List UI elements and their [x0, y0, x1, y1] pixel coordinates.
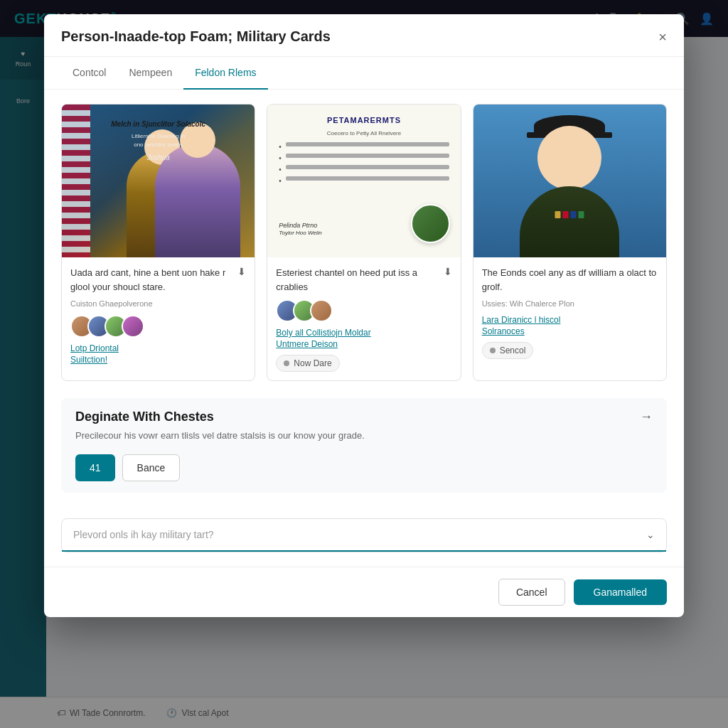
card-2-content: ⬇ Esteriest chantel on heed put iss a cr…	[267, 257, 460, 380]
doc-signature: Pelinda PtrnoToylor Hoo Welin	[279, 222, 321, 236]
card-1-overlay-text: Melch in Sjunclitor Solacolc Litlierrere…	[81, 119, 235, 163]
dropdown-placeholder: Plevord onls ih kay military tart?	[73, 529, 214, 540]
card-2-avatars	[276, 299, 451, 322]
card-1-subtitle: Cuiston Ghaepolverone	[70, 299, 246, 308]
card-1[interactable]: Melch in Sjunclitor Solacolc Litlierrere…	[61, 104, 255, 381]
card-3-content: The Eonds coel any as df william a olact…	[473, 257, 666, 368]
avatar-4	[122, 315, 144, 338]
card-3-portrait	[473, 105, 666, 257]
deginate-section: Deginate With Chestes → Precilecour his …	[61, 398, 667, 493]
tab-bar: Contcol Nempeen Feldon Rlems	[44, 57, 684, 90]
card-1-avatars	[70, 315, 246, 338]
card-1-link-2[interactable]: Suiltction!	[70, 355, 246, 365]
confirm-button[interactable]: Ganamalled	[574, 579, 668, 605]
download-icon-1[interactable]: ⬇	[237, 266, 246, 277]
tab-feldon-rlems[interactable]: Feldon Rlems	[183, 57, 267, 90]
portrait-uniform	[520, 186, 619, 257]
dropdown-section: Plevord onls ih kay military tart? ⌄	[61, 518, 667, 552]
medal-4	[579, 211, 584, 218]
card-2-document: PETAMARERMTS Coecero to Petty All Rnelve…	[267, 105, 460, 257]
medal-1	[555, 211, 561, 218]
card-3-links: Lara Diranicc l hiscol Solranoces	[482, 315, 658, 336]
section-primary-button[interactable]: 41	[75, 454, 115, 481]
modal-close-button[interactable]: ×	[658, 30, 667, 44]
section-title: Deginate With Chestes	[75, 410, 214, 424]
card-3-badge: Sencol	[482, 342, 534, 359]
modal-title: Person-Inaade-top Foam; Military Cards	[61, 28, 331, 45]
card-1-content: ⬇ Uada ard cant, hine a bent uon hake r …	[62, 257, 255, 379]
download-icon-2[interactable]: ⬇	[444, 266, 452, 277]
card-3-link-1[interactable]: Lara Diranicc l hiscol	[482, 315, 658, 325]
card-2-link-1[interactable]: Boly all Collistiojn Moldar	[276, 328, 451, 338]
cards-grid: Melch in Sjunclitor Solacolc Litlierrere…	[61, 104, 667, 381]
section-secondary-button[interactable]: Bance	[122, 454, 181, 481]
card-3-subtitle: Ussies: Wih Chalerce Plon	[482, 299, 658, 308]
card-2-badge: Now Dare	[276, 355, 339, 372]
card-1-link-1[interactable]: Lotp Driontal	[70, 343, 246, 353]
doc-circle-image	[411, 204, 450, 243]
medal-row	[555, 211, 584, 218]
badge-dot-3	[490, 348, 496, 353]
chevron-down-icon: ⌄	[646, 529, 655, 540]
doc-bullet-2	[279, 154, 449, 162]
section-buttons: 41 Bance	[75, 454, 653, 481]
card-3-link-2[interactable]: Solranoces	[482, 326, 658, 336]
section-description: Precilecour his vowr earn tlisls vel dat…	[75, 429, 653, 443]
modal-body: Melch in Sjunclitor Solacolc Litlierrere…	[44, 90, 684, 518]
modal: Person-Inaade-top Foam; Military Cards ×…	[44, 14, 684, 617]
card-1-description: Uada ard cant, hine a bent uon hake r gl…	[70, 266, 246, 294]
medal-3	[571, 211, 577, 218]
modal-header: Person-Inaade-top Foam; Military Cards ×	[44, 14, 684, 57]
card-2-links: Boly all Collistiojn Moldar Untmere Deis…	[276, 328, 451, 349]
card-3[interactable]: The Eonds coel any as df william a olact…	[473, 104, 667, 381]
medal-2	[563, 211, 569, 218]
portrait-head	[537, 126, 601, 190]
card-3-description: The Eonds coel any as df william a olact…	[482, 266, 658, 294]
cancel-button[interactable]: Cancel	[498, 579, 565, 606]
doc-bullet-1	[279, 142, 449, 151]
card-1-links: Lotp Driontal Suiltction!	[70, 343, 246, 365]
tab-nempeen[interactable]: Nempeen	[117, 57, 183, 90]
doc-bullet-4	[279, 176, 449, 185]
badge-dot	[284, 360, 289, 366]
modal-overlay: Person-Inaade-top Foam; Military Cards ×…	[0, 0, 728, 728]
section-header: Deginate With Chestes →	[75, 410, 653, 424]
card-2[interactable]: PETAMARERMTS Coecero to Petty All Rnelve…	[267, 104, 461, 381]
doc-header: PETAMARERMTS	[279, 116, 449, 124]
tab-contcol[interactable]: Contcol	[61, 57, 117, 90]
card-1-image: Melch in Sjunclitor Solacolc Litlierrere…	[62, 105, 255, 257]
doc-subheader: Coecero to Petty All Rnelvere	[279, 130, 449, 136]
modal-footer: Cancel Ganamalled	[44, 567, 684, 617]
card-1-photo: Melch in Sjunclitor Solacolc Litlierrere…	[62, 105, 255, 257]
avatar-2-3	[310, 299, 333, 322]
card-2-description: Esteriest chantel on heed put iss a crab…	[276, 266, 451, 294]
card-2-image: PETAMARERMTS Coecero to Petty All Rnelve…	[267, 105, 460, 257]
section-arrow-icon[interactable]: →	[640, 410, 653, 424]
dropdown-field[interactable]: Plevord onls ih kay military tart? ⌄	[62, 519, 666, 552]
card-2-link-2[interactable]: Untmere Deison	[276, 339, 451, 349]
doc-bullet-3	[279, 165, 449, 173]
card-3-image	[473, 105, 666, 257]
